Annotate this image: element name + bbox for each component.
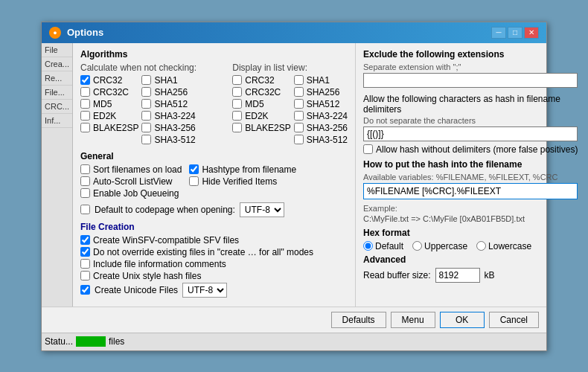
status-indicator: [76, 336, 106, 347]
display-title: Display in list view:: [232, 62, 348, 73]
sidebar-item-crc[interactable]: CRC...: [42, 100, 72, 114]
disp-blake2sp[interactable]: BLAKE2SP: [232, 123, 290, 133]
hex-uppercase[interactable]: Uppercase: [412, 241, 467, 251]
ok-button[interactable]: OK: [440, 312, 485, 328]
title-bar: ● Options ─ □ ✕: [42, 22, 546, 43]
status-bar: Statu... files: [42, 333, 546, 350]
hex-lowercase[interactable]: Lowercase: [476, 241, 531, 251]
codepage-select[interactable]: UTF-8: [240, 202, 284, 217]
do-not-separate-label: Do not separate the characters: [363, 116, 578, 125]
hex-format-title: Hex format: [363, 228, 578, 238]
include-file-info[interactable]: Include file information comments: [80, 259, 348, 269]
disp-sha3256[interactable]: SHA3-256: [294, 123, 348, 133]
unicode-encoding-select[interactable]: UTF-8: [182, 283, 227, 298]
default-codepage-checkbox[interactable]: [80, 205, 90, 214]
allow-chars-title: Allow the following characters as hash i…: [363, 94, 578, 115]
exclude-input[interactable]: [363, 73, 578, 88]
sort-filenames[interactable]: Sort filenames on load: [80, 164, 182, 175]
close-button[interactable]: ✕: [524, 27, 539, 39]
calc-sha256[interactable]: SHA256: [141, 87, 195, 97]
calc-sha3256[interactable]: SHA3-256: [141, 123, 195, 133]
hashtype-from-filename[interactable]: Hashtype from filename: [189, 164, 296, 175]
put-hash-input[interactable]: [363, 183, 578, 199]
bottom-bar: Defaults Menu OK Cancel: [42, 307, 546, 333]
disp-sha1[interactable]: SHA1: [294, 75, 348, 86]
allow-hash-label: Allow hash without delimiters (more fals…: [376, 144, 578, 155]
dialog-title: Options: [67, 27, 103, 38]
file-creation-section: Create WinSFV-compatible SFV files Do no…: [80, 235, 348, 298]
algorithms-title: Algorithms: [80, 49, 348, 60]
disp-sha512[interactable]: SHA512: [294, 99, 348, 109]
allow-hash-checkbox[interactable]: Allow hash without delimiters (more fals…: [363, 144, 578, 155]
general-title: General: [80, 151, 348, 161]
calc-crc32[interactable]: CRC32: [80, 75, 138, 86]
algorithms-section: Calculate when not checking: CRC32 CRC32…: [80, 62, 348, 147]
enable-job-queue[interactable]: Enable Job Queueing: [80, 188, 182, 199]
sidebar: File Crea... Re... File... CRC... Inf...: [42, 43, 73, 307]
status-files: files: [109, 336, 124, 347]
separate-label: Separate extension with ";": [363, 62, 578, 71]
disp-sha256[interactable]: SHA256: [294, 87, 348, 97]
right-panel: Exclude the following extensions Separat…: [356, 43, 585, 307]
disp-ed2k[interactable]: ED2K: [232, 111, 290, 121]
defaults-button[interactable]: Defaults: [331, 312, 386, 328]
sidebar-item-file[interactable]: File: [42, 43, 72, 57]
disp-md5[interactable]: MD5: [232, 99, 290, 109]
calc-md5[interactable]: MD5: [80, 99, 138, 109]
example-text: C:\MyFile.txt => C:\MyFile [0xAB01FB5D].…: [363, 214, 578, 223]
create-unix-hash[interactable]: Create Unix style hash files: [80, 271, 348, 281]
create-unicode-row: Create Unicode Files UTF-8: [80, 283, 348, 298]
read-buffer-input[interactable]: [435, 268, 480, 283]
calc-sha1[interactable]: SHA1: [141, 75, 195, 86]
maximize-button[interactable]: □: [508, 27, 523, 39]
cancel-button[interactable]: Cancel: [489, 312, 539, 328]
example-label: Example:: [363, 204, 578, 213]
sidebar-item-inf[interactable]: Inf...: [42, 114, 72, 128]
advanced-title: Advanced: [363, 254, 578, 265]
hex-default[interactable]: Default: [363, 241, 403, 251]
disp-crc32[interactable]: CRC32: [232, 75, 290, 86]
sidebar-item-crea[interactable]: Crea...: [42, 57, 72, 71]
hide-verified[interactable]: Hide Verified Items: [189, 176, 296, 187]
calc-sha3224[interactable]: SHA3-224: [141, 111, 195, 121]
calc-blake2sp[interactable]: BLAKE2SP: [80, 123, 138, 133]
no-override-existing[interactable]: Do not override existing files in "creat…: [80, 247, 348, 257]
calc-sha3512[interactable]: SHA3-512: [141, 135, 195, 145]
minimize-button[interactable]: ─: [491, 27, 506, 39]
create-wisfv[interactable]: Create WinSFV-compatible SFV files: [80, 235, 348, 246]
calc-title: Calculate when not checking:: [80, 62, 225, 73]
auto-scroll[interactable]: Auto-Scroll ListView: [80, 176, 182, 187]
read-buffer-row: Read buffer size: kB: [363, 268, 578, 283]
default-codepage-row: Default to codepage when opening: UTF-8: [80, 202, 348, 217]
disp-crc32c[interactable]: CRC32C: [232, 87, 290, 97]
title-buttons: ─ □ ✕: [491, 27, 539, 39]
read-buffer-label: Read buffer size:: [363, 270, 431, 280]
create-unicode-label: Create Unicode Files: [95, 285, 178, 295]
left-panel: Algorithms Calculate when not checking: …: [73, 43, 356, 307]
disp-sha3512[interactable]: SHA3-512: [294, 135, 348, 145]
calc-crc32c[interactable]: CRC32C: [80, 87, 138, 97]
dialog-icon: ●: [49, 27, 61, 39]
exclude-title: Exclude the following extensions: [363, 49, 578, 60]
allow-chars-input[interactable]: [363, 126, 578, 141]
menu-button[interactable]: Menu: [391, 312, 435, 328]
calc-sha512[interactable]: SHA512: [141, 99, 195, 109]
put-hash-title: How to put the hash into the filename: [363, 159, 578, 170]
read-buffer-unit: kB: [485, 270, 495, 280]
available-vars-label: Available variables: %FILENAME, %FILEEXT…: [363, 173, 578, 182]
create-unicode-checkbox[interactable]: [80, 285, 90, 295]
disp-sha3224[interactable]: SHA3-224: [294, 111, 348, 121]
file-creation-title: File Creation: [80, 222, 348, 232]
hex-format-radios: Default Uppercase Lowercase: [363, 241, 578, 251]
sidebar-item-file2[interactable]: File...: [42, 86, 72, 100]
status-text: Statu...: [45, 336, 73, 347]
general-section: Sort filenames on load Auto-Scroll ListV…: [80, 164, 348, 200]
calc-ed2k[interactable]: ED2K: [80, 111, 138, 121]
sidebar-item-re[interactable]: Re...: [42, 71, 72, 86]
default-codepage-label: Default to codepage when opening:: [95, 205, 235, 215]
